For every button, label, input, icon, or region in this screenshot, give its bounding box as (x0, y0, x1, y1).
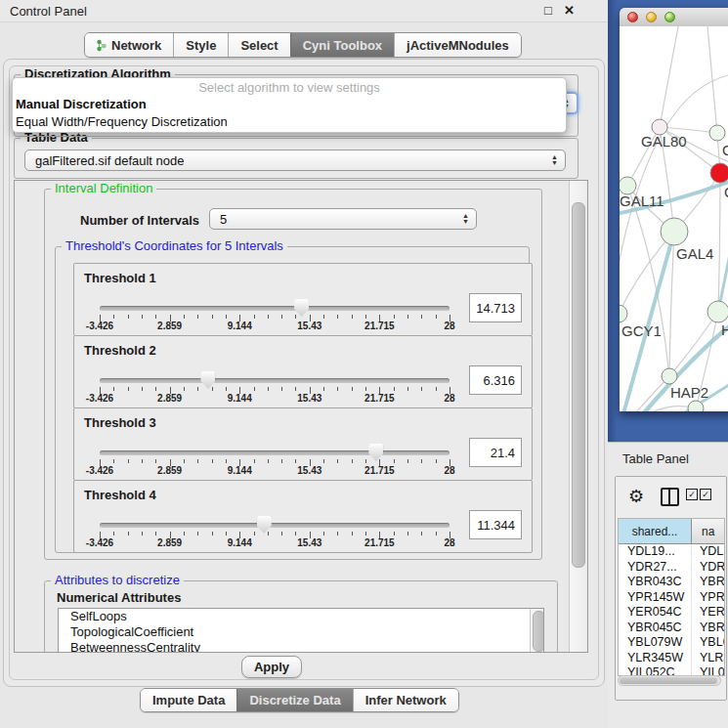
network-node[interactable] (710, 163, 728, 183)
slider-tick-label: -3.426 (86, 393, 113, 404)
threshold-label: Threshold 2 (84, 343, 156, 358)
tab-label: Network (111, 38, 161, 53)
minimize-traffic-light-icon[interactable] (646, 12, 657, 22)
tab-impute-data[interactable]: Impute Data (141, 689, 236, 711)
attribute-list-item[interactable]: SelfLoops (59, 609, 543, 624)
tab-cyni-toolbox[interactable]: Cyni Toolbox (290, 33, 394, 57)
control-panel-title: Control Panel (10, 4, 87, 19)
dropdown-item-manual-discretization[interactable]: Manual Discretization (13, 96, 566, 113)
table-row[interactable]: YIL052CYIL0 (619, 665, 724, 675)
slider-thumb[interactable] (368, 444, 383, 461)
table-row[interactable]: YER054CYER0 (619, 605, 724, 621)
network-node[interactable] (661, 218, 688, 245)
network-node[interactable] (662, 368, 677, 384)
slider-minor-tick (212, 532, 213, 535)
attribute-list-item[interactable]: TopologicalCoefficient (59, 624, 543, 640)
dropdown-placeholder-item[interactable]: Select algorithm to view settings (13, 78, 566, 96)
main-scrollbar-thumb[interactable] (572, 202, 585, 568)
slider-thumb[interactable] (257, 516, 272, 534)
cell-shared-name: YBR045C (619, 621, 692, 636)
attribute-list-item[interactable]: BetweennessCentrality (59, 640, 543, 653)
table-row[interactable]: YDL19...YDL1 (619, 544, 724, 560)
slider-minor-tick (337, 459, 338, 463)
checkbox-icon[interactable]: ✓ (686, 489, 698, 500)
slider-minor-tick (323, 459, 324, 463)
bottom-tabbar: Impute DataDiscretize DataInfer Network (140, 688, 459, 712)
slider-minor-tick (281, 315, 282, 319)
network-node[interactable] (688, 401, 704, 411)
column-header-shared-name[interactable]: shared... (619, 519, 692, 543)
slider-track[interactable] (100, 450, 450, 455)
column-header-name[interactable]: na (692, 519, 724, 543)
slider-minor-tick (268, 459, 269, 463)
close-traffic-light-icon[interactable] (627, 12, 638, 22)
split-columns-icon[interactable] (661, 488, 679, 506)
slider-minor-tick (184, 532, 185, 535)
table-row[interactable]: YBR043CYBR0 (619, 575, 724, 590)
slider-thumb[interactable] (200, 371, 215, 389)
cell-name: YLR3 (692, 651, 724, 666)
tab-label: jActiveMNodules (407, 38, 509, 53)
table-row[interactable]: YPR145WYPR1 (619, 590, 724, 606)
network-node-label: H (721, 321, 728, 338)
slider-track[interactable] (100, 523, 450, 528)
network-node[interactable] (707, 301, 728, 322)
threshold-value-field[interactable]: 6.316 (469, 365, 522, 395)
slider-minor-tick (365, 532, 366, 535)
slider-minor-tick (394, 532, 395, 535)
table-row[interactable]: YLR345WYLR3 (619, 651, 724, 666)
threshold-value-field[interactable]: 11.344 (469, 510, 522, 539)
slider-track[interactable] (100, 378, 450, 383)
slider-tick-label: 9.144 (228, 537, 252, 548)
slider-minor-tick (254, 315, 255, 319)
numerical-attributes-label: Numerical Attributes (57, 590, 181, 605)
slider-minor-tick (421, 459, 422, 463)
tab-select[interactable]: Select (228, 33, 289, 57)
table-data-combobox-value: galFiltered.sif default node (35, 153, 184, 168)
network-window-titlebar[interactable] (620, 8, 728, 27)
slider-minor-tick (295, 387, 296, 391)
table-horizontal-scrollbar[interactable] (618, 675, 721, 686)
slider-tick-label: 28 (444, 537, 454, 548)
slider-minor-tick (155, 459, 156, 463)
combo-stepper-icon: ▲▼ (462, 213, 469, 225)
tab-network[interactable]: Network (85, 33, 173, 57)
threshold-1-panel: Threshold 1-3.4262.8599.14415.4321.71528… (73, 263, 533, 336)
slider-tick-label: 28 (444, 465, 454, 476)
slider-minor-tick (197, 315, 198, 319)
float-window-icon[interactable]: □ (544, 3, 552, 18)
tab-discretize-data[interactable]: Discretize Data (236, 689, 352, 711)
network-node[interactable] (620, 305, 627, 322)
cell-name: YBR0 (692, 575, 724, 590)
table-row[interactable]: YDR27...YDR2 (619, 560, 724, 576)
numerical-attributes-list[interactable]: SelfLoopsTopologicalCoefficientBetweenne… (58, 608, 544, 653)
network-view-window[interactable]: GAL80GCGAL11GAL4GCY1HHAP2 (620, 8, 728, 411)
table-data-combobox[interactable]: galFiltered.sif default node ▲▼ (24, 150, 566, 171)
table-row[interactable]: YBR045CYBR0 (619, 621, 724, 636)
list-scrollbar-thumb[interactable] (533, 611, 544, 652)
table-row[interactable]: YBL079WYBL0 (619, 635, 724, 651)
slider-minor-tick (421, 532, 422, 535)
slider-track[interactable] (100, 306, 450, 311)
number-of-intervals-combobox[interactable]: 5 ▲▼ (209, 208, 477, 230)
slider-minor-tick (365, 315, 366, 319)
gear-icon[interactable]: ⚙ (628, 486, 644, 506)
threshold-value-field[interactable]: 21.4 (469, 438, 522, 467)
threshold-value-field[interactable]: 14.713 (469, 293, 522, 322)
network-canvas[interactable]: GAL80GCGAL11GAL4GCY1HHAP2 (620, 26, 728, 411)
tab-jactivemnodules[interactable]: jActiveMNodules (394, 33, 521, 57)
apply-button[interactable]: Apply (241, 656, 302, 678)
checkbox-icon[interactable]: ✓ (700, 489, 711, 500)
table-horizontal-scrollbar-thumb[interactable] (620, 677, 717, 684)
close-icon[interactable]: ✕ (564, 3, 575, 18)
dropdown-item-equal-width-frequency[interactable]: Equal Width/Frequency Discretization (13, 113, 566, 131)
tab-infer-network[interactable]: Infer Network (353, 689, 458, 711)
slider-minor-tick (407, 315, 408, 319)
list-scrollbar[interactable] (530, 609, 543, 653)
network-node[interactable] (709, 125, 725, 141)
main-scrollbar[interactable] (569, 181, 586, 652)
slider-minor-tick (128, 387, 129, 391)
zoom-traffic-light-icon[interactable] (664, 12, 675, 22)
tab-style[interactable]: Style (173, 33, 228, 57)
slider-minor-tick (254, 532, 255, 535)
